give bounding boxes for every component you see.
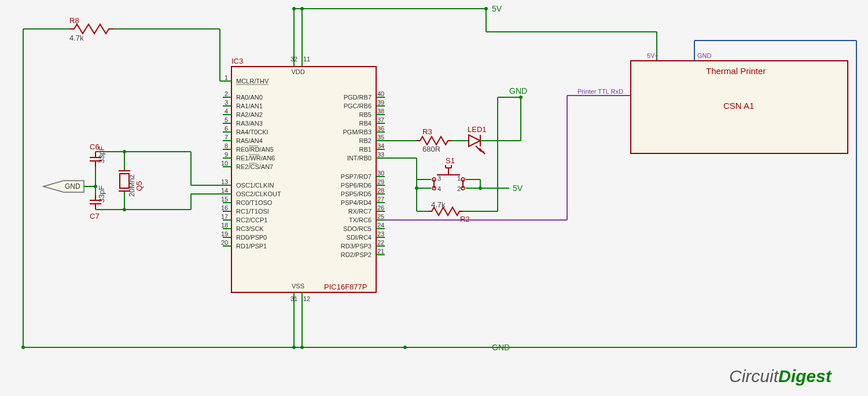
resistor-r8 — [69, 24, 113, 34]
svg-text:13: 13 — [221, 178, 228, 185]
led-section: R3 680R LED1 GND — [385, 86, 527, 154]
gnd-tag-text: GND — [65, 182, 80, 190]
svg-text:RX/RC7: RX/RC7 — [348, 208, 372, 215]
led-icon — [469, 135, 480, 146]
svg-text:33: 33 — [377, 151, 384, 158]
svg-text:2: 2 — [225, 90, 228, 97]
svg-text:PSP4/RD4: PSP4/RD4 — [341, 199, 372, 206]
svg-text:RE0/RD/AN5: RE0/RD/AN5 — [236, 146, 274, 153]
schematic-canvas: { "power": { "vcc": "5V", "gnd": "GND" }… — [0, 0, 868, 396]
ic-vss: VSS — [292, 283, 304, 289]
svg-text:1: 1 — [225, 74, 228, 81]
svg-text:RA2/AN2: RA2/AN2 — [236, 111, 263, 118]
brand-logo: CircuitDigest — [729, 366, 833, 386]
svg-text:RA4/T0CKI: RA4/T0CKI — [236, 129, 269, 135]
svg-text:27: 27 — [377, 196, 384, 203]
pin-12-num: 12 — [303, 295, 310, 302]
r8-ref: R8 — [69, 16, 79, 25]
svg-text:PSP7/RD7: PSP7/RD7 — [341, 173, 372, 180]
schematic-svg: 5V GND R8 4.7k IC3 PIC16F877P VDD VSS 32… — [0, 0, 868, 396]
svg-text:9: 9 — [225, 151, 228, 158]
svg-text:24: 24 — [377, 222, 384, 229]
svg-text:39: 39 — [377, 99, 384, 106]
svg-text:RC3/SCK: RC3/SCK — [236, 225, 264, 232]
svg-text:RB5: RB5 — [359, 111, 372, 118]
switch-section: 4.7k R2 S1 3 4 1 2 5V — [385, 97, 523, 223]
svg-text:PSP6/RD6: PSP6/RD6 — [341, 182, 372, 189]
svg-text:PGD/RB7: PGD/RB7 — [344, 94, 372, 101]
svg-text:GND: GND — [509, 86, 527, 96]
svg-text:RC1/T1OSI: RC1/T1OSI — [236, 208, 269, 215]
svg-text:35: 35 — [377, 134, 384, 141]
svg-text:26: 26 — [377, 204, 384, 211]
svg-text:19: 19 — [221, 230, 228, 237]
svg-text:23: 23 — [377, 230, 384, 237]
svg-text:RD1/PSP1: RD1/PSP1 — [236, 243, 267, 250]
svg-text:2: 2 — [457, 185, 461, 192]
pin-11-num: 11 — [303, 56, 310, 63]
svg-text:21: 21 — [377, 248, 384, 255]
resistor-r3 — [417, 137, 451, 145]
svg-text:14: 14 — [221, 187, 228, 194]
printer-pin-rx: Printer TTL RxD — [578, 88, 623, 95]
svg-text:17: 17 — [221, 213, 228, 220]
ic-vdd: VDD — [291, 68, 304, 75]
osc-section: GND C6 33pF C7 33pF 20Mhz Q5 — [43, 142, 223, 221]
svg-text:RB1: RB1 — [359, 146, 372, 153]
svg-text:38: 38 — [377, 108, 384, 115]
svg-text:5: 5 — [225, 116, 228, 123]
printer-title: Thermal Printer — [706, 66, 766, 76]
svg-text:SDO/RC5: SDO/RC5 — [343, 225, 372, 232]
svg-text:20: 20 — [221, 239, 228, 246]
svg-text:RD0/PSP0: RD0/PSP0 — [236, 234, 267, 241]
svg-text:4: 4 — [437, 185, 441, 192]
svg-point-195 — [479, 186, 482, 190]
svg-text:25: 25 — [377, 213, 384, 220]
svg-point-5 — [300, 346, 304, 349]
svg-text:RE2/CS/AN7: RE2/CS/AN7 — [236, 163, 273, 170]
svg-point-2 — [292, 7, 296, 10]
svg-text:RA1/AN1: RA1/AN1 — [236, 102, 263, 109]
svg-text:29: 29 — [377, 178, 384, 185]
svg-text:C7: C7 — [90, 212, 100, 221]
svg-text:3: 3 — [437, 175, 441, 182]
svg-text:R2: R2 — [460, 215, 470, 223]
svg-text:PGC/RB6: PGC/RB6 — [344, 102, 372, 109]
pin-31-num: 31 — [290, 295, 297, 302]
svg-text:37: 37 — [377, 116, 384, 123]
svg-text:680R: 680R — [422, 145, 440, 153]
svg-point-3 — [484, 7, 488, 10]
r8-val: 4.7k — [69, 34, 84, 42]
svg-text:30: 30 — [377, 170, 384, 177]
printer-pin-vcc: 5V+ — [647, 52, 659, 59]
svg-text:4: 4 — [225, 108, 228, 115]
svg-text:10: 10 — [221, 160, 228, 167]
svg-text:PSP5/RD5: PSP5/RD5 — [341, 190, 372, 197]
svg-text:16: 16 — [221, 204, 228, 211]
svg-text:36: 36 — [377, 125, 384, 132]
svg-point-1 — [300, 7, 304, 10]
svg-point-0 — [21, 346, 25, 349]
svg-text:RB4: RB4 — [359, 120, 372, 127]
svg-text:7: 7 — [225, 134, 228, 141]
svg-text:8: 8 — [225, 142, 228, 149]
net-5v-top: 5V — [492, 4, 502, 13]
svg-point-4 — [292, 346, 296, 349]
svg-text:OSC2/CLKOUT: OSC2/CLKOUT — [236, 190, 281, 197]
svg-text:18: 18 — [221, 222, 228, 229]
svg-text:33pF: 33pF — [97, 146, 106, 163]
svg-text:4.7k: 4.7k — [431, 200, 446, 209]
svg-text:15: 15 — [221, 196, 228, 203]
svg-text:RA0/AN0: RA0/AN0 — [236, 94, 263, 101]
svg-text:R3: R3 — [422, 127, 432, 136]
svg-text:34: 34 — [377, 142, 384, 149]
svg-text:RA3/AN3: RA3/AN3 — [236, 120, 263, 127]
svg-text:5V: 5V — [513, 184, 523, 193]
svg-text:40: 40 — [377, 90, 384, 97]
printer-model: CSN A1 — [723, 101, 754, 111]
svg-text:MCLR/THV: MCLR/THV — [236, 78, 269, 85]
svg-text:LED1: LED1 — [468, 125, 487, 134]
svg-text:RB2: RB2 — [359, 137, 372, 144]
svg-text:3: 3 — [225, 99, 228, 106]
svg-text:1: 1 — [457, 175, 461, 182]
